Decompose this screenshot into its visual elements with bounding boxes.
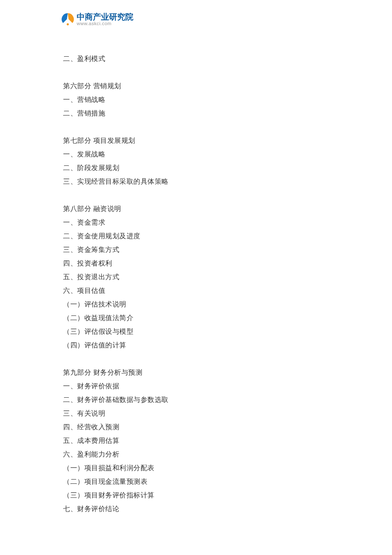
toc-item: 三、有关说明 [63,407,327,420]
toc-item: （二）收益现值法简介 [63,311,327,325]
toc-item: 五、成本费用估算 [63,434,327,448]
toc-item: 三、实现经营目标采取的具体策略 [63,175,327,188]
toc-item: （四）评估值的计算 [63,338,327,352]
toc-item: 二、阶段发展规划 [63,161,327,175]
toc-section-title: 第六部分 营销规划 [63,79,327,93]
toc-item: （二）项目现金流量预测表 [63,475,327,489]
toc-item: 五、投资退出方式 [63,270,327,284]
toc-item: 四、投资者权利 [63,257,327,270]
toc-item: 一、财务评价依据 [63,379,327,393]
svg-point-0 [67,23,69,26]
toc-item: 六、盈利能力分析 [63,448,327,461]
toc-item: （三）项目财务评价指标计算 [63,489,327,502]
toc-section-title: 第九部分 财务分析与预测 [63,366,327,379]
toc-item: 二、盈利模式 [63,52,327,66]
toc-item: （一）项目损益和利润分配表 [63,461,327,475]
toc-item: 四、经营收入预测 [63,420,327,434]
toc-section-title: 第七部分 项目发展规划 [63,134,327,147]
document-body: 二、盈利模式 第六部分 营销规划 一、营销战略 二、营销措施 第七部分 项目发展… [63,52,327,516]
logo-text: 中商产业研究院 www.askci.com [77,13,133,26]
toc-section-title: 第八部分 融资说明 [63,202,327,216]
company-logo-icon [61,12,75,26]
toc-item: 二、资金使用规划及进度 [63,229,327,243]
toc-item: 六、项目估值 [63,284,327,298]
toc-item: 三、资金筹集方式 [63,243,327,257]
toc-item: （三）评估假设与模型 [63,325,327,338]
logo-website-url: www.askci.com [77,21,133,26]
toc-item: 一、营销战略 [63,93,327,107]
toc-item: （一）评估技术说明 [63,298,327,311]
page-header: 中商产业研究院 www.askci.com [61,12,133,26]
toc-item: 一、资金需求 [63,216,327,229]
logo-company-name: 中商产业研究院 [77,13,133,21]
toc-item: 七、财务评价结论 [63,502,327,516]
toc-item: 一、发展战略 [63,147,327,161]
toc-item: 二、财务评价基础数据与参数选取 [63,393,327,407]
toc-item: 二、营销措施 [63,107,327,120]
